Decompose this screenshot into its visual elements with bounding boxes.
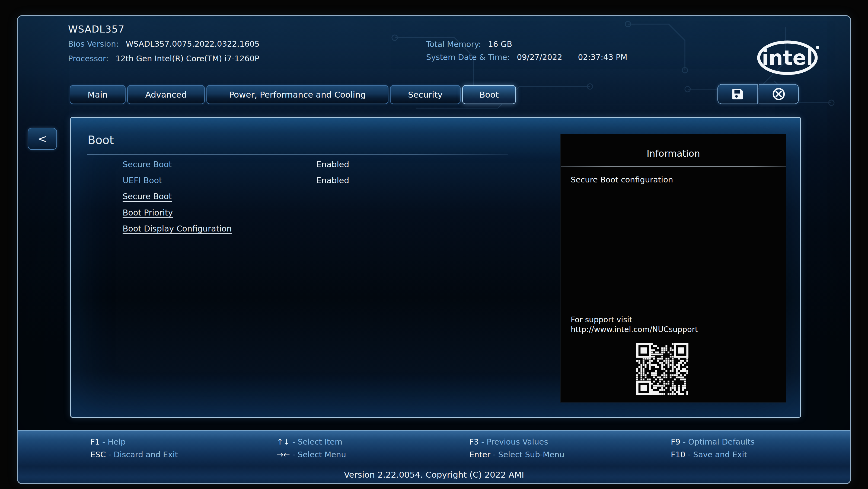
svg-text:intel: intel	[762, 46, 813, 69]
chevron-left-icon: <	[38, 133, 47, 145]
bios-version-value: WSADL357.0075.2022.0322.1605	[126, 39, 259, 48]
save-button[interactable]	[717, 84, 757, 104]
intel-logo: intel	[757, 40, 820, 76]
tab-security[interactable]: Security	[390, 85, 461, 104]
title-divider	[87, 155, 508, 155]
hotkey-arrows-updown: ↑↓ - Select Item	[277, 435, 346, 448]
information-title: Information	[561, 148, 786, 159]
information-panel: Information Secure Boot configuration Fo…	[560, 134, 786, 402]
setting-value[interactable]: Enabled	[316, 160, 349, 169]
system-time-value[interactable]: 02:37:43 PM	[578, 53, 627, 62]
total-memory-value: 16 GB	[488, 40, 513, 49]
hotkey-f9: F9 - Optimal Defaults	[671, 435, 755, 448]
qr-code	[637, 343, 688, 395]
hotkey-f10: F10 - Save and Exit	[671, 448, 755, 461]
menu-tab-bar: Main Advanced Power, Performance and Coo…	[70, 85, 518, 104]
tab-power-performance-cooling[interactable]: Power, Performance and Cooling	[207, 85, 389, 104]
hotkey-bar: F1 - Help ESC - Discard and Exit ↑↓ - Se…	[18, 430, 850, 483]
system-datetime-label: System Date & Time:	[426, 53, 510, 62]
processor-label: Processor:	[68, 54, 108, 63]
circle-x-icon	[772, 87, 785, 101]
system-date-value[interactable]: 09/27/2022	[517, 53, 562, 62]
link-boot-display-configuration[interactable]: Boot Display Configuration	[123, 224, 231, 235]
tab-main[interactable]: Main	[70, 85, 126, 104]
setting-value[interactable]: Enabled	[316, 176, 349, 185]
hotkey-esc: ESC - Discard and Exit	[90, 448, 178, 461]
bios-version-label: Bios Version:	[68, 39, 119, 48]
information-description: Secure Boot configuration	[571, 175, 673, 184]
hotkey-arrows-leftright: →← - Select Menu	[277, 448, 346, 461]
support-line: For support visit	[571, 315, 698, 325]
firmware-version: Version 2.22.0054. Copyright (C) 2022 AM…	[18, 470, 850, 480]
setting-label: UEFI Boot	[123, 176, 316, 185]
setting-label: Secure Boot	[123, 160, 316, 169]
exit-button[interactable]	[759, 84, 799, 104]
setting-row-secure-boot: Secure BootEnabled	[123, 160, 349, 170]
board-model: WSADL357	[68, 24, 259, 35]
processor-value: 12th Gen Intel(R) Core(TM) i7-1260P	[116, 54, 259, 63]
tab-boot[interactable]: Boot	[462, 85, 516, 104]
support-url: http://www.intel.com/NUCsupport	[571, 325, 698, 334]
tab-bar-divider	[19, 105, 849, 105]
support-text: For support visit http://www.intel.com/N…	[571, 315, 698, 334]
back-button[interactable]: <	[28, 128, 57, 150]
information-divider	[561, 166, 786, 167]
hotkey-f1: F1 - Help	[90, 435, 178, 448]
total-memory-label: Total Memory:	[426, 40, 481, 49]
hotkey-enter: Enter - Select Sub-Menu	[469, 448, 564, 461]
floppy-disk-icon	[731, 88, 744, 100]
bios-screen: WSADL357 Bios Version:WSADL357.0075.2022…	[17, 15, 851, 484]
hotkey-f3: F3 - Previous Values	[469, 435, 564, 448]
setting-row-uefi-boot: UEFI BootEnabled	[123, 176, 349, 187]
tab-advanced[interactable]: Advanced	[127, 85, 205, 104]
link-secure-boot[interactable]: Secure Boot	[123, 192, 172, 202]
boot-settings-panel: Boot Secure BootEnabled UEFI BootEnabled…	[70, 117, 801, 418]
page-title: Boot	[88, 133, 114, 146]
link-boot-priority[interactable]: Boot Priority	[123, 208, 173, 219]
